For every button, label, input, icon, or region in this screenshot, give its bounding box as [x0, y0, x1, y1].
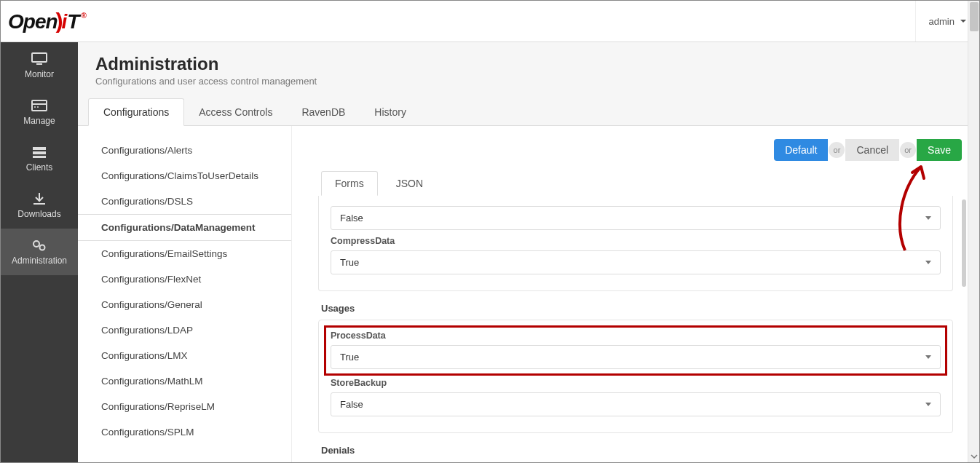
- caret-down-icon: [960, 20, 966, 23]
- config-editor: Default or Cancel or Save Forms JSON Fal…: [292, 126, 979, 462]
- sidebar-label: Clients: [26, 162, 53, 173]
- chevron-down-icon: [925, 403, 931, 406]
- config-item[interactable]: Configurations/RepriseLM: [78, 394, 291, 419]
- sidebar-label: Downloads: [17, 209, 60, 219]
- tab-ravendb[interactable]: RavenDB: [287, 99, 360, 125]
- user-menu[interactable]: admin: [915, 1, 966, 41]
- config-item[interactable]: Configurations/General: [78, 292, 291, 317]
- scrollbar-thumb[interactable]: [970, 2, 979, 31]
- select-processdata[interactable]: True: [331, 345, 941, 369]
- config-item[interactable]: Configurations/LMX: [78, 343, 291, 368]
- select-value: True: [340, 352, 359, 363]
- svg-rect-6: [33, 147, 46, 150]
- select-value: False: [340, 399, 363, 410]
- svg-point-5: [37, 106, 39, 108]
- sidebar-item-manage[interactable]: Manage: [1, 89, 78, 135]
- or-separator: or: [900, 142, 916, 158]
- sidebar-item-downloads[interactable]: Downloads: [1, 182, 78, 229]
- or-separator: or: [829, 142, 845, 158]
- select-value: True: [340, 257, 359, 268]
- config-item[interactable]: Configurations/ClaimsToUserDetails: [78, 163, 291, 189]
- group-top: False CompressData True: [318, 196, 953, 291]
- section-usages: Usages: [321, 303, 953, 314]
- sidebar-label: Administration: [12, 256, 67, 266]
- section-denials: Denials: [321, 445, 953, 456]
- sidebar: Monitor Manage Clients Downloads Adminis…: [1, 42, 78, 462]
- scroll-down-icon[interactable]: [971, 453, 978, 460]
- sidebar-item-administration[interactable]: Administration: [1, 229, 78, 275]
- svg-rect-0: [32, 53, 47, 62]
- tab-access-controls[interactable]: Access Controls: [184, 99, 287, 125]
- tab-configurations[interactable]: Configurations: [88, 98, 184, 126]
- select-compressdata[interactable]: True: [331, 250, 941, 274]
- sidebar-item-monitor[interactable]: Monitor: [1, 42, 78, 89]
- gears-icon: [31, 238, 48, 253]
- group-usages: ProcessData True StoreBackup False: [318, 320, 953, 433]
- config-item[interactable]: Configurations/SPLM: [78, 419, 291, 445]
- cancel-button[interactable]: Cancel: [845, 139, 899, 161]
- form-scroll[interactable]: False CompressData True Usages ProcessDa…: [309, 196, 962, 462]
- svg-rect-2: [32, 100, 47, 111]
- sidebar-label: Monitor: [25, 69, 54, 79]
- svg-rect-9: [33, 203, 45, 205]
- field-label-storebackup: StoreBackup: [331, 378, 941, 388]
- select-value: False: [340, 213, 363, 223]
- page-subtitle: Configurations and user access control m…: [95, 76, 962, 87]
- field-label-processdata: ProcessData: [331, 331, 941, 341]
- select-storebackup[interactable]: False: [331, 392, 941, 416]
- highlight-processdata: ProcessData True: [326, 328, 945, 373]
- svg-point-10: [33, 241, 39, 247]
- user-label: admin: [929, 16, 955, 27]
- svg-rect-8: [33, 156, 46, 158]
- content-panel: Configurations/Alerts Configurations/Cla…: [78, 126, 979, 462]
- config-item[interactable]: Configurations/Alerts: [78, 138, 291, 163]
- svg-rect-7: [33, 151, 46, 154]
- subtab-json[interactable]: JSON: [382, 171, 437, 196]
- outer-scrollbar[interactable]: [968, 1, 979, 462]
- chevron-down-icon: [925, 355, 931, 359]
- clients-icon: [31, 145, 48, 159]
- svg-point-11: [40, 245, 45, 250]
- config-item[interactable]: Configurations/LDAP: [78, 317, 291, 343]
- config-item[interactable]: Configurations/FlexNet: [78, 266, 291, 292]
- top-header: Open)iT® admin: [1, 1, 979, 42]
- sidebar-label: Manage: [23, 116, 55, 126]
- field-label-compressdata: CompressData: [331, 236, 941, 246]
- page-title: Administration: [95, 54, 962, 74]
- config-item[interactable]: Configurations/EmailSettings: [78, 241, 291, 266]
- main-area: Administration Configurations and user a…: [78, 42, 979, 462]
- action-bar: Default or Cancel or Save: [309, 139, 962, 161]
- sidebar-item-clients[interactable]: Clients: [1, 135, 78, 182]
- default-button[interactable]: Default: [774, 139, 828, 161]
- save-button[interactable]: Save: [917, 139, 962, 161]
- svg-point-4: [34, 106, 36, 108]
- download-icon: [31, 191, 48, 206]
- config-item[interactable]: Configurations/MathLM: [78, 368, 291, 394]
- subtab-forms[interactable]: Forms: [321, 171, 378, 196]
- select-top[interactable]: False: [331, 206, 941, 230]
- config-item-active[interactable]: Configurations/DataManagement: [78, 214, 291, 241]
- logo: Open)iT®: [8, 9, 87, 33]
- svg-rect-1: [36, 63, 42, 65]
- manage-icon: [31, 98, 48, 113]
- chevron-down-icon: [925, 216, 931, 220]
- page-header: Administration Configurations and user a…: [78, 42, 979, 94]
- config-list[interactable]: Configurations/Alerts Configurations/Cla…: [78, 126, 292, 462]
- tab-history[interactable]: History: [360, 99, 421, 125]
- config-item[interactable]: Configurations/DSLS: [78, 189, 291, 214]
- monitor-icon: [31, 52, 48, 66]
- chevron-down-icon: [925, 261, 931, 264]
- main-tabs: Configurations Access Controls RavenDB H…: [78, 98, 979, 126]
- sub-tabs: Forms JSON: [309, 171, 962, 196]
